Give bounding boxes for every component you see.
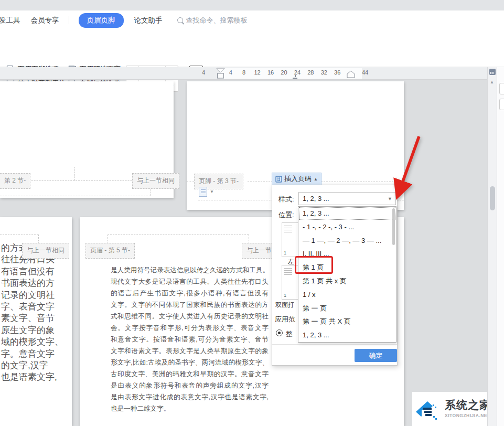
page-number-style-option[interactable]: 1, 2, 3 ... [298, 207, 396, 220]
apply-range-label: 应用范 [275, 315, 295, 324]
footer-guide-line [187, 182, 194, 182]
tab-paper-assistant[interactable]: 论文助手 [129, 16, 168, 25]
text-line: 也是一种二维文字。 [111, 403, 269, 414]
page-number-style-option[interactable]: 1 / x [298, 288, 396, 302]
duplex-label: 双面打 [275, 301, 294, 310]
ruler-left-number: 4 [202, 69, 205, 76]
header-guide-line [108, 235, 249, 235]
ok-button[interactable]: 确定 [355, 349, 397, 362]
text-line: 会。文字按字音和字形,可分为表形文字、表音文字 [111, 322, 269, 334]
watermark-url: XITONGZHIJIA.NET [445, 413, 490, 418]
clipped-side-panel [497, 67, 504, 426]
text-line: 式和思维不同。文字使人类进入有历史记录的文明社 [111, 311, 269, 322]
page-number-style-option[interactable]: I, II, III ... [298, 247, 396, 261]
text-line: 记录的文明社 [1, 290, 72, 301]
ruler-right-number: 44 [362, 69, 368, 76]
page-number-style-option[interactable]: — 1 —, — 2 —, — 3 — ... [298, 234, 396, 248]
wps-header-footer-screen: 发工具 会员专享 页眉页脚 论文助手 查找命令、搜索模板 页眉页脚选项 插入对齐… [0, 0, 504, 426]
text-line: 原生文字的象 [1, 325, 72, 336]
ruler-tick: 28 [304, 69, 317, 76]
ruler-tick: 4 [224, 69, 237, 76]
footer-guide-line [74, 167, 75, 180]
radio-selected-icon[interactable] [276, 329, 283, 336]
bottom-center-page-text: 是人类用符号记录表达信息以传之久远的方式和工具。现代文字大多是记录语言的工具。人… [111, 264, 269, 414]
ruler-tick-numbers: 4812162024283236 [224, 69, 344, 76]
ruler-tick: 8 [237, 69, 250, 76]
thumbnail-page-number: 1 [284, 293, 286, 298]
insert-page-number-button[interactable]: 插入页码 ▲ [272, 173, 321, 185]
scrollbar-thumb[interactable] [490, 186, 495, 210]
search-icon [177, 17, 183, 23]
same-as-previous-chip: 与上一节相同 [132, 173, 179, 189]
text-line: 是人类用符号记录表达信息以传之久远的方式和工具。 [111, 264, 269, 276]
page-number-icon [275, 176, 282, 183]
footer-section2-chip: 第 2 节- [0, 173, 30, 189]
page-number-style-option[interactable]: 第 1 页 共 x 页 [298, 274, 396, 288]
search-placeholder: 查找命令、搜索模板 [186, 16, 248, 25]
text-line: 是由表形文字进化成的表意文字,汉字也是语素文字, [111, 391, 269, 403]
text-line: 的语言后产生书面文字,很多小语种,有语言但没有 [111, 287, 269, 299]
text-line: 字。意音文字 [1, 348, 72, 360]
style-combobox[interactable]: 1, 2, 3 ... ▼ [298, 192, 396, 205]
bottom-left-page-text: 的方式往往先有口头有语言但没有书面表达的方记录的文明社字、表音文字素文字、音节原… [1, 242, 72, 384]
style-dropdown-list: 1, 2, 3 ...- 1 -, - 2 -, - 3 - ...— 1 —,… [298, 206, 396, 343]
text-line: 是由表义的象形符号和表音的声旁组成的文字,汉字 [111, 380, 269, 391]
tab-header-footer-active[interactable]: 页眉页脚 [79, 13, 124, 28]
text-line: 书面表达的方 [1, 278, 72, 289]
vertical-scrollbar[interactable]: ▲ [487, 67, 497, 426]
page-number-style-option[interactable]: 第 一 页 [298, 302, 396, 315]
text-line: 域的楔形文字、 [1, 336, 72, 348]
text-line: 素文字、音节 [1, 313, 72, 324]
footer-guide-line [0, 196, 151, 196]
text-line: 和意音文字。按语音和语素,可分为音素文字、音节 [111, 334, 269, 345]
header-guide-line [0, 235, 38, 235]
insert-page-number-label: 插入页码 [284, 174, 312, 184]
ruler-tick: 20 [277, 69, 291, 76]
clipped-input-box [499, 99, 504, 110]
tab-member[interactable]: 会员专享 [26, 16, 65, 25]
tab-divider [69, 16, 69, 24]
dropdown-scrollbar-thumb[interactable] [392, 208, 395, 245]
apply-range-option[interactable]: 整 [286, 329, 293, 339]
same-as-previous-chip: 与上一节相同 [22, 243, 69, 259]
ruler-tick: 32 [317, 69, 330, 76]
chevron-down-icon[interactable]: ▼ [388, 196, 392, 201]
ruler-tick: 16 [264, 69, 277, 76]
panel-divider [272, 344, 397, 345]
command-search[interactable]: 查找命令、搜索模板 [177, 16, 248, 25]
style-combobox-value: 1, 2, 3 ... [303, 195, 329, 203]
ruler-tick: 36 [331, 69, 344, 76]
text-line: 字、表音文字 [1, 301, 72, 313]
text-line: 的文字,汉字 [1, 360, 72, 371]
watermark-title: 系统之家 [445, 398, 491, 412]
ruler-tick: 12 [251, 69, 264, 76]
duplex-thumbnail[interactable]: 1 [282, 265, 298, 300]
ruler-toggle-icon[interactable] [489, 69, 496, 75]
style-label: 样式: [278, 195, 294, 204]
text-line: 也是语素文字, [1, 371, 72, 383]
collapse-caret-icon: ▲ [314, 177, 318, 182]
page-number-style-option[interactable]: - 1 -, - 2 -, - 3 - ... [298, 220, 396, 234]
text-line: 古印度文字、美洲的玛雅文和早期的汉字。意音文字 [111, 368, 269, 380]
text-line: 形文字,比如:古埃及的圣书字、两河流域的楔形文字、 [111, 357, 269, 368]
tab-dev-tools[interactable]: 发工具 [0, 16, 26, 25]
text-line: 文字。文字的不同体现了国家和民族的书面表达的方 [111, 299, 269, 311]
paste-options-caret-icon[interactable]: ▼ [210, 189, 214, 194]
paste-options-icon[interactable] [199, 187, 207, 197]
ruler-tick: 24 [291, 69, 304, 76]
thumbnail-page-number: 1 [284, 250, 286, 255]
page-number-style-option[interactable]: 第 一 页 共 X 页 [298, 315, 396, 328]
position-label: 位置: [278, 210, 294, 220]
header-footer-ribbon: 页眉页脚选项 插入对齐制表位 页眉顶端距离: − 1.50厘米 + 页脚底端距离… [0, 30, 504, 67]
clipped-input-box [499, 83, 504, 94]
text-line: 有语言但没有 [1, 266, 72, 278]
footer-guide-line [248, 182, 404, 182]
scroll-up-icon[interactable]: ▲ [490, 80, 494, 84]
text-line: 文字和语素文字。表形文字是人类早期原生文字的象 [111, 345, 269, 357]
center-tab-stop-marker [293, 77, 297, 79]
page-number-style-option[interactable]: 第 1 页 [298, 261, 396, 274]
position-left-thumbnail[interactable]: 1 [282, 222, 298, 257]
xitongzhijia-logo-icon [415, 396, 442, 422]
header-section5-chip: 页眉 - 第 5 节- [85, 243, 135, 259]
page-number-style-option[interactable]: 1, 2, 3 ... [298, 328, 396, 342]
